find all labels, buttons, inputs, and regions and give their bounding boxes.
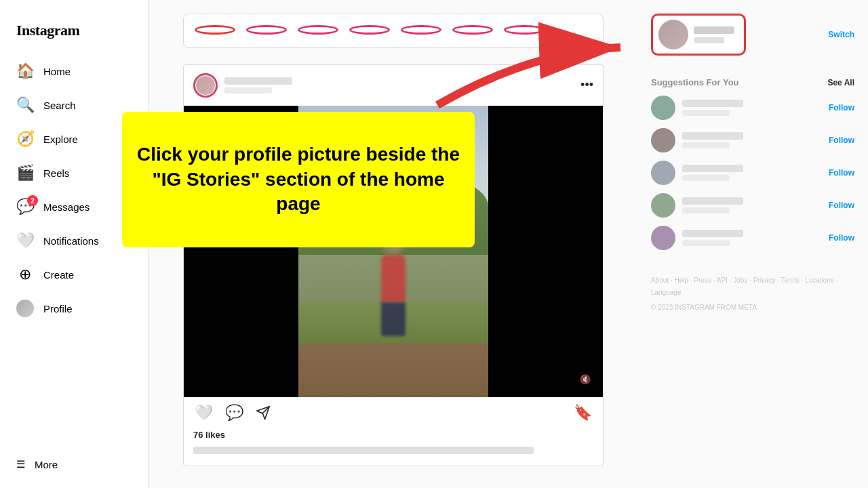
- suggestion-info-1: [682, 100, 822, 116]
- suggestion-username-1: [682, 100, 743, 107]
- suggestions-title: Suggestions For You: [651, 77, 739, 87]
- suggestion-avatar-4: [651, 193, 675, 218]
- suggestion-avatar-1: [651, 96, 675, 120]
- story-item-3[interactable]: [349, 25, 390, 37]
- sidebar-nav: 🏠 Home 🔍 Search 🧭 Explore 🎬 Reels 💬 Mess…: [8, 56, 140, 451]
- suggestion-username-2: [682, 132, 743, 140]
- post-caption: [184, 445, 603, 466]
- suggestion-username-4: [682, 197, 743, 205]
- suggestion-item-3: Follow: [651, 161, 854, 185]
- story-item-2[interactable]: [298, 25, 338, 37]
- suggestion-sub-1: [682, 110, 730, 116]
- story-item-6[interactable]: [504, 25, 545, 37]
- sidebar-item-notifications-label: Notifications: [43, 235, 99, 247]
- explore-icon: 🧭: [16, 130, 34, 148]
- sidebar-item-create-label: Create: [43, 269, 74, 281]
- post-username: [224, 77, 292, 85]
- suggestion-sub-3: [682, 175, 730, 181]
- sidebar-item-home[interactable]: 🏠 Home: [8, 56, 140, 87]
- suggestion-avatar-2: [651, 128, 675, 152]
- suggestion-info-5: [682, 230, 822, 246]
- user-card-row: Switch: [651, 14, 854, 56]
- user-profile-avatar: [658, 20, 688, 49]
- post-avatar[interactable]: [193, 73, 218, 98]
- profile-avatar-icon: [16, 300, 34, 317]
- sidebar-item-reels-label: Reels: [43, 167, 69, 179]
- suggestion-item-1: Follow: [651, 96, 854, 120]
- follow-button-4[interactable]: Follow: [829, 201, 854, 210]
- post-actions: 🤍 💬 🔖: [184, 397, 603, 428]
- sidebar-item-search-label: Search: [43, 100, 76, 111]
- switch-button[interactable]: Switch: [828, 30, 854, 39]
- sidebar-item-explore-label: Explore: [43, 134, 78, 145]
- sidebar-item-messages-label: Messages: [43, 201, 90, 213]
- suggestion-sub-4: [682, 207, 730, 214]
- sidebar-item-profile-label: Profile: [43, 303, 73, 314]
- follow-button-3[interactable]: Follow: [829, 168, 854, 178]
- user-profile-name: [694, 37, 724, 43]
- suggestion-info-4: [682, 197, 822, 214]
- sidebar-item-reels[interactable]: 🎬 Reels: [8, 157, 140, 188]
- share-button[interactable]: [254, 404, 272, 422]
- sidebar-item-explore[interactable]: 🧭 Explore: [8, 123, 140, 155]
- suggestion-avatar-3: [651, 161, 675, 185]
- suggestion-username-5: [682, 230, 743, 237]
- suggestion-item-5: Follow: [651, 226, 854, 250]
- sidebar-more-label: More: [35, 459, 58, 470]
- suggestion-info-3: [682, 165, 822, 181]
- suggestion-item-4: Follow: [651, 193, 854, 218]
- highlighted-profile-box[interactable]: [651, 14, 746, 56]
- mute-button[interactable]: 🔇: [576, 370, 595, 389]
- notifications-icon: 🤍: [16, 232, 34, 249]
- footer-links: About · Help · Press · API · Jobs · Priv…: [651, 274, 854, 314]
- suggestions-header: Suggestions For You See All: [651, 77, 854, 87]
- suggestion-username-3: [682, 165, 743, 172]
- more-icon: ☰: [16, 458, 25, 470]
- right-sidebar: Switch Suggestions For You See All Follo…: [637, 0, 868, 488]
- suggestion-avatar-5: [651, 226, 675, 250]
- sidebar-item-home-label: Home: [43, 66, 71, 77]
- post-more-button[interactable]: •••: [580, 78, 593, 92]
- sidebar-item-search[interactable]: 🔍 Search: [8, 89, 140, 121]
- footer-links-text: About · Help · Press · API · Jobs · Priv…: [651, 277, 837, 296]
- annotation-text: Click your profile picture beside the "I…: [136, 142, 461, 216]
- story-item-user[interactable]: Your story: [195, 25, 235, 37]
- messages-badge: 2: [27, 195, 38, 206]
- post-subtext: [224, 87, 272, 94]
- sidebar-item-create[interactable]: ⊕ Create: [8, 259, 140, 290]
- home-icon: 🏠: [16, 62, 34, 80]
- sidebar-more[interactable]: ☰ More: [8, 451, 140, 477]
- suggestions-section: Suggestions For You See All Follow Follo…: [651, 77, 854, 258]
- comment-button[interactable]: 💬: [224, 403, 245, 423]
- footer-copyright: © 2023 INSTAGRAM FROM META: [651, 302, 854, 314]
- like-button[interactable]: 🤍: [193, 403, 214, 423]
- bookmark-button[interactable]: 🔖: [572, 403, 593, 423]
- search-icon: 🔍: [16, 96, 34, 114]
- create-icon: ⊕: [16, 266, 34, 283]
- post-likes: 76 likes: [184, 428, 603, 445]
- story-item-1[interactable]: [246, 25, 287, 37]
- sidebar-item-messages[interactable]: 💬 Messages 2: [8, 191, 140, 222]
- suggestion-sub-5: [682, 240, 730, 246]
- story-item-4[interactable]: [401, 25, 441, 37]
- follow-button-5[interactable]: Follow: [829, 233, 854, 243]
- annotation-overlay: Click your profile picture beside the "I…: [122, 112, 475, 247]
- post-header: •••: [184, 65, 603, 106]
- suggestion-item-2: Follow: [651, 128, 854, 152]
- story-item-5[interactable]: [452, 25, 493, 37]
- sidebar-item-profile[interactable]: Profile: [8, 293, 140, 324]
- user-profile-username: [694, 26, 734, 34]
- follow-button-1[interactable]: Follow: [829, 103, 854, 113]
- user-profile-info: [694, 26, 734, 43]
- see-all-button[interactable]: See All: [827, 78, 854, 87]
- stories-bar: Your story: [183, 14, 604, 48]
- suggestion-info-2: [682, 132, 822, 148]
- sidebar-item-notifications[interactable]: 🤍 Notifications: [8, 225, 140, 256]
- suggestion-sub-2: [682, 142, 730, 148]
- follow-button-2[interactable]: Follow: [829, 136, 854, 145]
- reels-icon: 🎬: [16, 164, 34, 182]
- instagram-logo: Instagram: [8, 11, 140, 56]
